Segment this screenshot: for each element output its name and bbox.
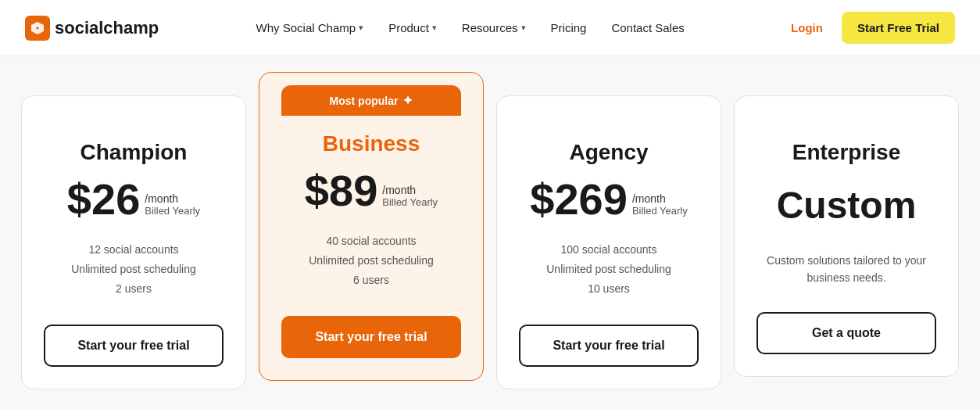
plan-agency-price: $269 xyxy=(530,178,628,221)
plan-agency-features: 100 social accounts Unlimited post sched… xyxy=(519,240,699,300)
plan-agency: Agency $269 /month Billed Yearly 100 soc… xyxy=(496,95,721,389)
chevron-down-icon: ▾ xyxy=(432,23,437,33)
plan-champion: Champion $26 /month Billed Yearly 12 soc… xyxy=(21,95,246,389)
nav-item-resources[interactable]: Resources ▾ xyxy=(451,15,537,41)
feature-item: 12 social accounts xyxy=(44,240,224,260)
nav-right: Login Start Free Trial xyxy=(781,12,955,44)
nav-item-pricing[interactable]: Pricing xyxy=(540,15,598,41)
nav-item-why[interactable]: Why Social Champ ▾ xyxy=(245,15,375,41)
feature-item: 40 social accounts xyxy=(281,231,461,251)
feature-item: 10 users xyxy=(519,279,699,299)
plan-agency-meta: /month Billed Yearly xyxy=(632,192,688,221)
feature-item: 2 users xyxy=(44,279,224,299)
plan-business-features: 40 social accounts Unlimited post schedu… xyxy=(281,231,461,291)
enterprise-cta-button[interactable]: Get a quote xyxy=(756,312,936,354)
nav-left: socialchamp xyxy=(25,16,159,41)
agency-cta-button[interactable]: Start your free trial xyxy=(519,325,699,367)
plan-business: Most popular ✦ Business $89 /month Bille… xyxy=(259,72,484,381)
plan-agency-per-month: /month xyxy=(632,192,688,205)
nav-pricing-label: Pricing xyxy=(551,21,587,34)
plan-business-name: Business xyxy=(281,131,461,156)
feature-item: Unlimited post scheduling xyxy=(44,260,224,279)
navigation: socialchamp Why Social Champ ▾ Product ▾… xyxy=(0,0,980,56)
plan-enterprise-desc: Custom solutions tailored to your busine… xyxy=(756,252,936,287)
business-cta-button[interactable]: Start your free trial xyxy=(281,316,461,358)
plan-champion-price: $26 xyxy=(67,178,140,221)
plan-enterprise-name: Enterprise xyxy=(756,140,936,165)
pricing-section: Champion $26 /month Billed Yearly 12 soc… xyxy=(0,56,980,409)
chevron-down-icon: ▾ xyxy=(359,23,363,33)
start-free-trial-button[interactable]: Start Free Trial xyxy=(842,12,955,44)
feature-item: Unlimited post scheduling xyxy=(281,251,461,271)
plan-champion-price-row: $26 /month Billed Yearly xyxy=(44,178,224,221)
nav-item-contact[interactable]: Contact Sales xyxy=(600,15,695,41)
nav-resources-label: Resources xyxy=(462,21,518,34)
plan-champion-meta: /month Billed Yearly xyxy=(145,192,200,221)
nav-center: Why Social Champ ▾ Product ▾ Resources ▾… xyxy=(245,15,696,41)
plan-champion-name: Champion xyxy=(44,140,224,165)
plan-agency-billed: Billed Yearly xyxy=(632,205,688,217)
chevron-down-icon: ▾ xyxy=(521,23,526,33)
login-button[interactable]: Login xyxy=(781,15,832,41)
plan-business-per-month: /month xyxy=(382,184,438,196)
logo[interactable]: socialchamp xyxy=(25,16,159,41)
plan-champion-billed: Billed Yearly xyxy=(145,205,200,217)
plan-enterprise: Enterprise Custom Custom solutions tailo… xyxy=(734,95,959,377)
popular-badge: Most popular ✦ xyxy=(281,85,461,116)
champion-cta-button[interactable]: Start your free trial xyxy=(44,325,224,367)
plan-business-price: $89 xyxy=(305,169,377,213)
nav-item-product[interactable]: Product ▾ xyxy=(377,15,448,41)
nav-contact-label: Contact Sales xyxy=(611,21,684,34)
plan-business-price-row: $89 /month Billed Yearly xyxy=(281,169,461,213)
plan-business-billed: Billed Yearly xyxy=(382,196,438,208)
feature-item: 6 users xyxy=(281,271,461,290)
pricing-cards: Champion $26 /month Billed Yearly 12 soc… xyxy=(21,72,959,389)
popular-label: Most popular xyxy=(330,95,399,107)
nav-product-label: Product xyxy=(388,21,429,34)
sparkle-icon: ✦ xyxy=(402,93,413,108)
feature-item: 100 social accounts xyxy=(519,240,699,260)
plan-business-meta: /month Billed Yearly xyxy=(382,184,438,213)
nav-why-label: Why Social Champ xyxy=(256,21,356,34)
feature-item: Unlimited post scheduling xyxy=(519,260,699,279)
plan-champion-features: 12 social accounts Unlimited post schedu… xyxy=(44,240,224,300)
logo-icon xyxy=(25,16,50,41)
plan-agency-price-row: $269 /month Billed Yearly xyxy=(519,178,699,221)
plan-champion-per-month: /month xyxy=(145,192,200,205)
plan-enterprise-price: Custom xyxy=(756,184,936,227)
plan-agency-name: Agency xyxy=(519,140,699,165)
logo-text: socialchamp xyxy=(55,18,159,38)
